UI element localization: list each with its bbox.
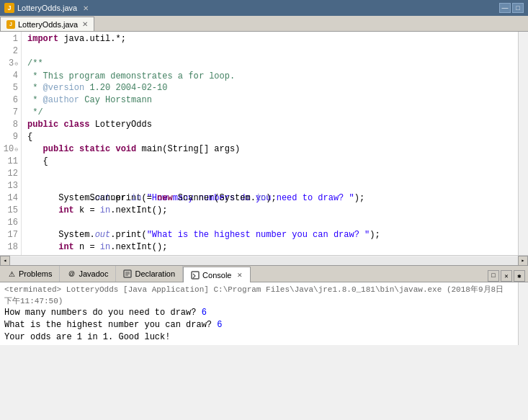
console-line-1: How many numbers do you need to draw? 6 — [4, 307, 514, 319]
vertical-scrollbar[interactable] — [518, 32, 528, 255]
console-close[interactable]: ✕ — [237, 272, 243, 279]
tab-console[interactable]: Console ✕ — [183, 267, 251, 282]
line-num: 18 — [3, 241, 18, 254]
bottom-tab-bar: ⚠ Problems @ Javadoc Declaration Console… — [0, 265, 528, 282]
tab-filename: LotteryOdds.java — [18, 20, 78, 29]
bottom-tabs-container: ⚠ Problems @ Javadoc Declaration Console… — [0, 266, 528, 282]
line-num: 12 — [3, 168, 18, 180]
code-line-15: int k = in.nextInt(); — [27, 205, 512, 217]
line-num: 7 — [3, 107, 18, 119]
line-num: 6 — [3, 94, 18, 107]
line-num: 8 — [3, 119, 18, 131]
code-line-17: System.out.print("What is the highest nu… — [27, 229, 512, 241]
line-num: 4 — [3, 70, 18, 82]
code-line-6: * @author Cay Horstmann — [27, 94, 512, 107]
editor-tab[interactable]: J LotteryOdds.java ✕ — [0, 17, 94, 31]
bottom-tab-controls: □ ✕ ✱ — [488, 270, 528, 282]
tab-declaration-label: Declaration — [135, 269, 175, 278]
tab-close-button[interactable]: ✕ — [82, 20, 88, 28]
line-num: 2 — [3, 45, 18, 58]
line-num: 5 — [3, 82, 18, 94]
line-num: 1 — [3, 33, 18, 45]
declaration-icon — [123, 269, 132, 278]
problems-icon: ⚠ — [7, 269, 16, 278]
tab-javadoc-label: Javadoc — [79, 269, 108, 278]
restore-button[interactable]: □ — [512, 3, 524, 13]
code-line-5: * @version 1.20 2004-02-10 — [27, 82, 512, 94]
minimize-button[interactable]: — — [499, 3, 511, 13]
title-bar-text: LotteryOdds.java — [17, 4, 77, 12]
tab-console-label: Console — [202, 271, 231, 280]
console-scrollbar[interactable] — [518, 282, 528, 345]
line-num: 13 — [3, 180, 18, 192]
code-line-13 — [27, 180, 512, 192]
code-line-9: { — [27, 131, 512, 143]
console-line-2: What is the highest number you can draw?… — [4, 319, 514, 331]
line-num: 15 — [3, 205, 18, 217]
line-num: 10⊖ — [3, 143, 18, 156]
line-num: 3⊖ — [3, 58, 18, 70]
code-line-7: */ — [27, 107, 512, 119]
console-icon — [191, 271, 200, 280]
code-line-12: ⚠ Scanner in = new Scanner(System.in); — [27, 168, 512, 180]
svg-rect-4 — [192, 272, 199, 279]
settings-panel-button[interactable]: ✱ — [514, 270, 525, 282]
code-line-2 — [27, 45, 512, 58]
code-line-11: { — [27, 156, 512, 168]
scroll-track[interactable] — [10, 256, 518, 265]
java-file-icon: J — [6, 20, 15, 29]
app-icon: J — [4, 3, 14, 13]
tab-declaration[interactable]: Declaration — [116, 266, 183, 282]
line-num: 17 — [3, 229, 18, 241]
minimize-panel-button[interactable]: □ — [488, 270, 499, 282]
close-panel-button[interactable]: ✕ — [501, 270, 512, 282]
tab-problems[interactable]: ⚠ Problems — [0, 266, 60, 282]
console-line-3: Your odds are 1 in 1. Good luck! — [4, 331, 514, 344]
horizontal-scrollbar[interactable]: ◂ ▸ — [0, 255, 528, 265]
title-bar-left: J LotteryOdds.java ✕ — [4, 3, 89, 13]
javadoc-icon: @ — [67, 269, 76, 278]
tab-close-icon[interactable]: ✕ — [83, 4, 89, 12]
line-num: 19 — [3, 254, 18, 255]
console-input-1: 6 — [202, 308, 207, 318]
line-num: 14 — [3, 192, 18, 205]
console-header: <terminated> LotteryOdds [Java Applicati… — [4, 284, 514, 307]
line-num: 11 — [3, 156, 18, 168]
title-bar: J LotteryOdds.java ✕ — □ — [0, 0, 528, 16]
code-line-16 — [27, 217, 512, 229]
line-numbers: 1 2 3⊖ 4 5 6 7 8 9 10⊖ 11 12 13 14 15 16… — [0, 32, 22, 255]
line-num: 9 — [3, 131, 18, 143]
code-line-19 — [27, 254, 512, 255]
editor-tab-bar: J LotteryOdds.java ✕ — [0, 16, 528, 32]
tab-problems-label: Problems — [19, 269, 52, 278]
scroll-left-button[interactable]: ◂ — [0, 256, 10, 266]
window-controls[interactable]: — □ — [499, 3, 524, 13]
tab-javadoc[interactable]: @ Javadoc — [60, 266, 116, 282]
console-output-area[interactable]: <terminated> LotteryOdds [Java Applicati… — [0, 282, 518, 345]
console-wrapper: <terminated> LotteryOdds [Java Applicati… — [0, 282, 528, 345]
bottom-panel: ⚠ Problems @ Javadoc Declaration Console… — [0, 265, 528, 345]
code-line-3: /** — [27, 58, 512, 70]
line-num: 16 — [3, 217, 18, 229]
code-editor[interactable]: import java.util.*; /** * This program d… — [22, 32, 518, 255]
scroll-right-button[interactable]: ▸ — [518, 256, 528, 266]
code-line-1: import java.util.*; — [27, 33, 512, 45]
editor-area: 1 2 3⊖ 4 5 6 7 8 9 10⊖ 11 12 13 14 15 16… — [0, 32, 528, 255]
code-line-18: int n = in.nextInt(); — [27, 241, 512, 254]
code-line-10: public static void main(String[] args) — [27, 143, 512, 156]
console-input-2: 6 — [217, 320, 222, 330]
code-line-4: * This program demonstrates a for loop. — [27, 70, 512, 82]
code-line-8: public class LotteryOdds — [27, 119, 512, 131]
